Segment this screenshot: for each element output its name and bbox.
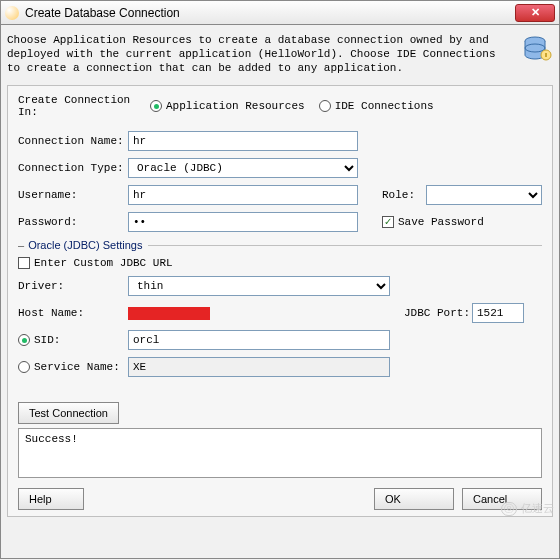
database-icon <box>521 33 553 75</box>
dialog-body: Choose Application Resources to create a… <box>0 25 560 559</box>
connection-type-label: Connection Type: <box>18 162 128 174</box>
redacted-host <box>128 307 210 320</box>
connection-name-label: Connection Name: <box>18 135 128 147</box>
ok-button[interactable]: OK <box>374 488 454 510</box>
username-input[interactable] <box>128 185 358 205</box>
save-password-label[interactable]: Save Password <box>398 216 484 228</box>
jdbc-settings-header: –Oracle (JDBC) Settings <box>18 239 542 251</box>
description-text: Choose Application Resources to create a… <box>7 33 513 75</box>
sid-label[interactable]: SID: <box>34 334 128 346</box>
driver-label: Driver: <box>18 280 128 292</box>
jdbc-port-input[interactable] <box>472 303 524 323</box>
role-label: Role: <box>382 189 426 201</box>
cancel-button[interactable]: Cancel <box>462 488 542 510</box>
create-in-label: Create Connection In: <box>18 94 150 118</box>
custom-jdbc-url-label[interactable]: Enter Custom JDBC URL <box>34 257 173 269</box>
window-title: Create Database Connection <box>25 6 515 20</box>
radio-ide-connections[interactable] <box>319 100 331 112</box>
connection-name-input[interactable] <box>128 131 358 151</box>
connection-type-select[interactable]: Oracle (JDBC) <box>128 158 358 178</box>
custom-jdbc-url-checkbox[interactable] <box>18 257 30 269</box>
sid-input[interactable] <box>128 330 390 350</box>
opt-ide-connections[interactable]: IDE Connections <box>335 100 434 112</box>
role-select[interactable] <box>426 185 542 205</box>
service-name-input <box>128 357 390 377</box>
driver-select[interactable]: thin <box>128 276 390 296</box>
radio-service-name[interactable] <box>18 361 30 373</box>
radio-app-resources[interactable] <box>150 100 162 112</box>
svg-rect-3 <box>545 53 547 57</box>
password-label: Password: <box>18 216 128 228</box>
app-icon <box>5 6 19 20</box>
main-panel: Create Connection In: Application Resour… <box>7 85 553 517</box>
titlebar: Create Database Connection ✕ <box>0 0 560 25</box>
hostname-input[interactable] <box>128 307 390 320</box>
save-password-checkbox[interactable]: ✓ <box>382 216 394 228</box>
test-connection-button[interactable]: Test Connection <box>18 402 119 424</box>
username-label: Username: <box>18 189 128 201</box>
help-button[interactable]: Help <box>18 488 84 510</box>
service-name-label[interactable]: Service Name: <box>34 361 128 373</box>
password-input[interactable] <box>128 212 358 232</box>
jdbc-port-label: JDBC Port: <box>404 307 472 319</box>
opt-app-resources[interactable]: Application Resources <box>166 100 305 112</box>
close-button[interactable]: ✕ <box>515 4 555 22</box>
test-result-box: Success! <box>18 428 542 478</box>
radio-sid[interactable] <box>18 334 30 346</box>
hostname-label: Host Name: <box>18 307 128 319</box>
